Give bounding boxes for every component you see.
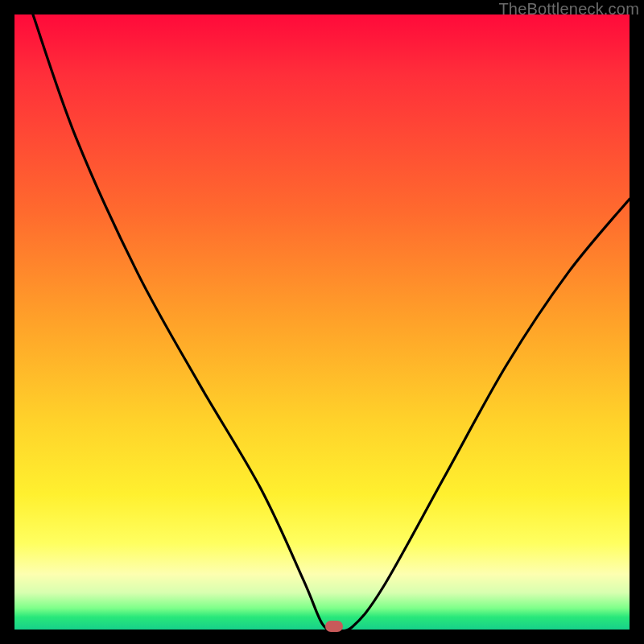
chart-frame: TheBottleneck.com [0,0,644,644]
plot-area [14,14,630,630]
bottleneck-curve [14,14,630,630]
curve-path [33,14,630,630]
optimal-marker [325,621,343,632]
watermark-text: TheBottleneck.com [498,0,639,19]
